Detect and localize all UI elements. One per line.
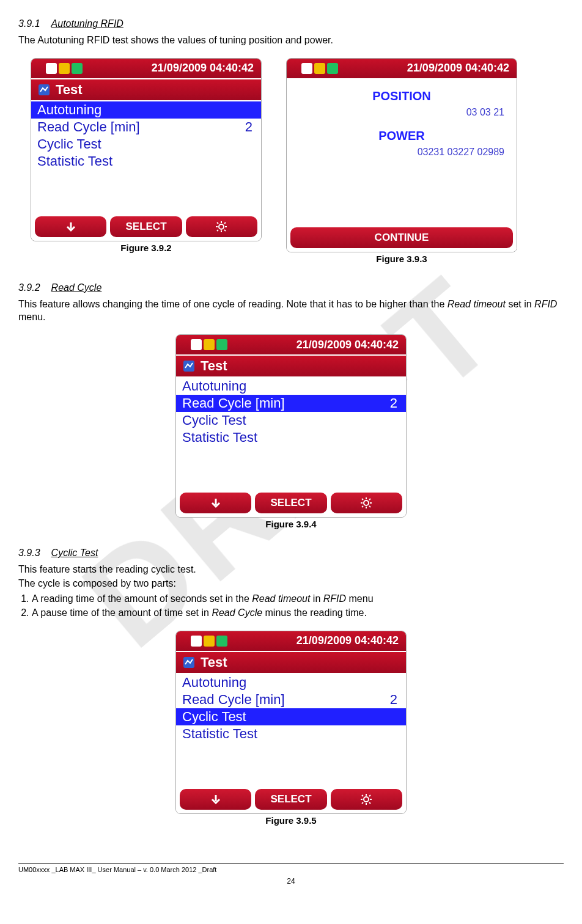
- arrow-down-icon: [210, 497, 222, 509]
- section-heading-392: 3.9.2Read Cycle: [18, 282, 564, 293]
- status-icon-alert: [191, 636, 202, 647]
- menu-item-statistictest[interactable]: Statistic Test: [31, 153, 261, 170]
- svg-line-29: [362, 802, 363, 804]
- arrow-down-icon: [210, 793, 222, 805]
- softkey-bar: CONTINUE: [287, 224, 517, 252]
- menu-item-cyclictest[interactable]: Cyclic Test: [176, 708, 406, 725]
- figure-394: 21/09/2009 04:40:42 Test Autotuning Read…: [175, 334, 407, 529]
- menu-item-autotuning[interactable]: Autotuning: [31, 101, 261, 119]
- section-heading-393: 3.9.3Cyclic Test: [18, 548, 564, 559]
- status-icon-signal: [72, 63, 83, 74]
- figure-caption: Figure 3.9.2: [31, 243, 262, 253]
- test-icon: [37, 83, 51, 97]
- list-item: A pause time of the amount of time set i…: [32, 607, 564, 620]
- softkey-bar: SELECT: [176, 489, 406, 517]
- svg-line-17: [369, 506, 370, 507]
- softkey-settings[interactable]: [186, 216, 257, 237]
- menu-item-statistictest[interactable]: Statistic Test: [176, 429, 406, 446]
- status-datetime: 21/09/2009 04:40:42: [237, 339, 402, 351]
- menu-item-readcycle[interactable]: Read Cycle [min]2: [176, 395, 406, 412]
- status-icon-battery: [204, 339, 215, 350]
- status-icon-alert: [191, 339, 202, 350]
- position-label: POSITION: [295, 89, 508, 103]
- menu-item-cyclictest[interactable]: Cyclic Test: [176, 412, 406, 429]
- status-datetime: 21/09/2009 04:40:42: [237, 634, 402, 647]
- status-icon-battery: [204, 636, 215, 647]
- test-icon: [182, 359, 196, 373]
- svg-line-26: [362, 795, 363, 796]
- status-datetime: 21/09/2009 04:40:42: [348, 62, 513, 75]
- figure-caption: Figure 3.9.5: [175, 815, 407, 826]
- status-bar: 21/09/2009 04:40:42: [287, 59, 517, 78]
- svg-line-8: [224, 222, 226, 224]
- menu-item-cyclictest[interactable]: Cyclic Test: [31, 136, 261, 153]
- section-text-391: The Autotuning RFID test shows the value…: [18, 34, 564, 47]
- softkey-select[interactable]: SELECT: [255, 789, 326, 810]
- gear-icon: [215, 221, 227, 233]
- status-icon-signal: [216, 636, 227, 647]
- screen-title: Test: [176, 354, 406, 376]
- footer-text: UM00xxxx _LAB MAX III_ User Manual – v. …: [18, 866, 216, 873]
- position-value: 03 03 21: [295, 107, 508, 118]
- svg-line-16: [362, 499, 363, 500]
- status-icon-alert: [46, 63, 57, 74]
- softkey-select[interactable]: SELECT: [110, 216, 182, 237]
- status-icon-signal: [327, 63, 338, 74]
- menu-item-statistictest[interactable]: Statistic Test: [176, 725, 406, 743]
- svg-line-6: [217, 222, 218, 224]
- figure-caption: Figure 3.9.4: [175, 519, 407, 529]
- menu-item-autotuning[interactable]: Autotuning: [176, 378, 406, 395]
- status-icon-battery: [59, 63, 70, 74]
- status-bar: 21/09/2009 04:40:42: [176, 631, 406, 651]
- list-item: A reading time of the amount of seconds …: [32, 593, 564, 606]
- status-icon-signal: [216, 339, 227, 350]
- power-value: 03231 03227 02989: [295, 147, 508, 158]
- status-bar: 21/09/2009 04:40:42: [31, 59, 261, 78]
- section-heading-391: 3.9.1Autotuning RFID: [18, 18, 564, 29]
- section-text-393b: The cycle is composed by two parts:: [18, 578, 564, 590]
- menu-item-readcycle[interactable]: Read Cycle [min]2: [31, 119, 261, 136]
- svg-line-9: [217, 230, 218, 231]
- menu-item-readcycle[interactable]: Read Cycle [min]2: [176, 691, 406, 708]
- svg-line-28: [369, 795, 370, 796]
- svg-point-11: [364, 501, 369, 505]
- softkey-bar: SELECT: [176, 785, 406, 813]
- result-content: POSITION 03 03 21 POWER 03231 03227 0298…: [287, 78, 517, 224]
- cyclic-steps-list: A reading time of the amount of seconds …: [18, 593, 564, 620]
- status-icon-alert: [301, 63, 312, 74]
- power-label: POWER: [295, 129, 508, 143]
- softkey-settings[interactable]: [331, 789, 402, 810]
- gear-icon: [360, 793, 372, 805]
- softkey-settings[interactable]: [331, 493, 402, 513]
- svg-point-21: [364, 797, 369, 802]
- figure-392: 21/09/2009 04:40:42 Test Autotuning Read…: [31, 58, 262, 264]
- page-number: 24: [18, 877, 564, 886]
- svg-point-1: [219, 224, 224, 229]
- softkey-down[interactable]: [180, 789, 251, 810]
- screen-title: Test: [176, 651, 406, 673]
- menu-list: Autotuning Read Cycle [min]2 Cyclic Test…: [31, 100, 261, 213]
- arrow-down-icon: [65, 221, 77, 233]
- softkey-select[interactable]: SELECT: [255, 493, 326, 513]
- figure-caption: Figure 3.9.3: [286, 254, 517, 264]
- menu-item-autotuning[interactable]: Autotuning: [176, 674, 406, 691]
- status-datetime: 21/09/2009 04:40:42: [92, 62, 257, 75]
- menu-list: Autotuning Read Cycle [min]2 Cyclic Test…: [176, 673, 406, 785]
- figure-395: 21/09/2009 04:40:42 Test Autotuning Read…: [175, 631, 407, 826]
- gear-icon: [360, 497, 372, 509]
- svg-line-19: [362, 506, 363, 507]
- softkey-continue[interactable]: CONTINUE: [290, 227, 513, 248]
- softkey-down[interactable]: [180, 493, 251, 513]
- section-text-393: This feature starts the reading cyclic t…: [18, 563, 564, 576]
- figure-393: 21/09/2009 04:40:42 POSITION 03 03 21 PO…: [286, 58, 517, 264]
- softkey-down[interactable]: [35, 216, 106, 237]
- svg-line-7: [224, 230, 226, 231]
- svg-line-27: [369, 802, 370, 804]
- softkey-bar: SELECT: [31, 213, 261, 241]
- status-icon-battery: [314, 63, 325, 74]
- svg-line-18: [369, 499, 370, 500]
- menu-list: Autotuning Read Cycle [min]2 Cyclic Test…: [176, 376, 406, 489]
- page-footer: UM00xxxx _LAB MAX III_ User Manual – v. …: [18, 863, 564, 886]
- test-icon: [182, 656, 196, 669]
- section-text-392: This feature allows changing the time of…: [18, 298, 564, 324]
